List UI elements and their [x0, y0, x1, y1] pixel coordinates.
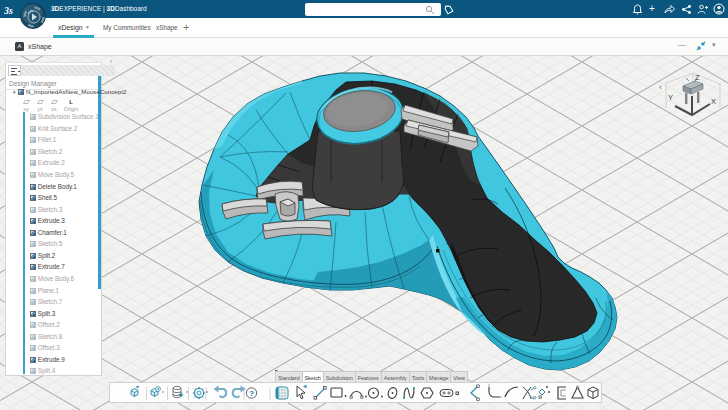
svg-text:3s: 3s	[4, 5, 13, 16]
svg-text:Y: Y	[668, 93, 673, 102]
svg-text:X: X	[711, 97, 716, 106]
svg-text:Z: Z	[695, 73, 700, 82]
svg-text:?: ?	[249, 389, 254, 398]
